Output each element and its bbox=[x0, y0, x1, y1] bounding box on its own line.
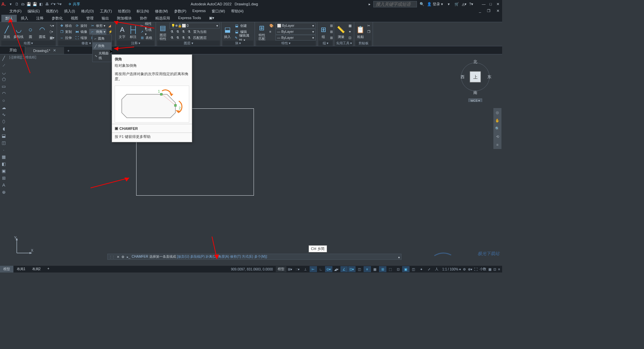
stretch-button[interactable]: ↔拉伸 bbox=[58, 35, 73, 41]
annoscale-icon[interactable]: 人 bbox=[433, 266, 440, 272]
linetype-dropdown[interactable]: — ByLayer▾ bbox=[275, 35, 316, 41]
group-button[interactable]: ⊞组 bbox=[319, 23, 328, 41]
tool-ellarc-icon[interactable]: ◖ bbox=[1, 126, 7, 132]
setcurrent-button[interactable]: 置为当前 bbox=[192, 29, 208, 35]
infer-icon[interactable]: ⊥ bbox=[302, 266, 309, 272]
flyout-blend[interactable]: ∿光顺曲线 bbox=[93, 50, 111, 62]
menu-tools[interactable]: 工具(T) bbox=[97, 8, 115, 15]
panel-util-title[interactable]: 实用工具 ▾ bbox=[335, 41, 353, 46]
sel-icon[interactable]: ▣ bbox=[402, 266, 410, 272]
workspace-min-icon[interactable]: _ bbox=[476, 8, 484, 15]
ellbox-icon[interactable]: ⬯▾ bbox=[49, 29, 55, 35]
tool-hatch-icon[interactable]: ▦ bbox=[1, 154, 7, 160]
maximize-button[interactable]: □ bbox=[488, 2, 494, 6]
app-store-icon[interactable]: ▾ bbox=[448, 2, 450, 6]
tool-table-icon[interactable]: ⊞ bbox=[1, 175, 7, 181]
tool-point-icon[interactable]: · bbox=[1, 147, 7, 153]
snap-icon[interactable]: ∷▾ bbox=[294, 266, 302, 272]
nav-wheel-icon[interactable]: ◎ bbox=[494, 109, 501, 116]
infocenter-arrow-icon[interactable]: ▸ bbox=[369, 2, 371, 6]
redo-icon[interactable]: ↷▾ bbox=[56, 1, 62, 7]
menu-express[interactable]: Express bbox=[190, 8, 208, 15]
table-button[interactable]: ⊞表格 bbox=[139, 35, 154, 41]
lwt-icon[interactable]: ≡ bbox=[364, 266, 371, 272]
util-icon2[interactable]: ✦ bbox=[347, 29, 353, 35]
layout1-tab[interactable]: 布局1 bbox=[13, 266, 29, 272]
tool-revcloud-icon[interactable]: ☁ bbox=[1, 104, 7, 110]
util-icon1[interactable]: ▦ bbox=[347, 23, 353, 29]
osnap-icon[interactable]: ∠ bbox=[340, 266, 348, 272]
search-icon[interactable]: 🔍 bbox=[420, 2, 424, 6]
dynamic-icon[interactable]: ⊢ bbox=[310, 266, 317, 272]
group-icon4[interactable]: ⊞ bbox=[329, 35, 334, 41]
layer-icon8[interactable]: ⚗ bbox=[186, 35, 192, 41]
tool-polygon-icon[interactable]: ⬠ bbox=[1, 76, 7, 82]
matchlayer-button[interactable]: 匹配图层 bbox=[192, 35, 208, 41]
annmon-icon[interactable]: ✦ bbox=[418, 266, 425, 272]
tab-express[interactable]: Express Tools bbox=[174, 15, 205, 22]
flyout-chamfer[interactable]: ╱倒角 bbox=[93, 42, 111, 50]
tool-addsel-icon[interactable]: ⊕ bbox=[1, 189, 7, 195]
share-button[interactable]: ✈ 共享 bbox=[68, 2, 80, 7]
add-layout-tab[interactable]: + bbox=[44, 266, 53, 272]
layerprop-button[interactable]: ▤图层 特性 bbox=[157, 23, 168, 41]
cmd-close-icon[interactable]: ✕ bbox=[117, 255, 119, 259]
util-icon3[interactable]: ⊡ bbox=[347, 35, 353, 41]
polar-icon[interactable]: ⊙▾ bbox=[325, 266, 332, 272]
viewcube[interactable]: 北 南 西 东 上 WCS ▾ bbox=[459, 58, 492, 92]
view-icon[interactable]: ⊕▾ bbox=[468, 267, 472, 271]
ann-icon[interactable]: ⬚ bbox=[387, 266, 394, 272]
layer-icon4[interactable]: ⚗ bbox=[186, 29, 192, 35]
otrack-icon[interactable]: ⊡▾ bbox=[348, 266, 356, 272]
layer-icon5[interactable]: ⚗ bbox=[169, 35, 174, 41]
layout2-tab[interactable]: 布局2 bbox=[29, 266, 44, 272]
panel-group-title[interactable]: 组 ▾ bbox=[319, 41, 332, 46]
cmd-config-icon[interactable]: ⚙ bbox=[121, 255, 124, 259]
layer-dropdown[interactable]: 💡❄🔓⬜ 0▾ bbox=[169, 23, 220, 29]
color-icon[interactable]: 🎨 bbox=[268, 23, 274, 29]
qat-menu-icon[interactable]: ▾ bbox=[8, 1, 13, 7]
autoscale-icon[interactable]: ⤢ bbox=[425, 266, 433, 272]
tool-ellipse-icon[interactable]: ⬯ bbox=[1, 118, 7, 124]
paste-button[interactable]: 📋粘贴 bbox=[356, 23, 365, 41]
copy2-icon[interactable]: ❐ bbox=[366, 29, 371, 35]
decimal-label[interactable]: 小数 bbox=[480, 267, 486, 271]
tool-circle-icon[interactable]: ○ bbox=[1, 97, 7, 103]
layer-icon3[interactable]: ⚗ bbox=[181, 29, 186, 35]
menu-edit[interactable]: 编辑(E) bbox=[25, 8, 43, 15]
mirror-button[interactable]: ⧓镜像 bbox=[74, 29, 88, 35]
layer-icon1[interactable]: ⚗ bbox=[169, 29, 174, 35]
lineweight-dropdown[interactable]: — ByLayer▾ bbox=[275, 29, 316, 35]
cleanbtn-icon[interactable]: ⊡ bbox=[493, 267, 496, 271]
tab-view[interactable]: 视图 bbox=[67, 15, 82, 22]
nav-showmo-icon[interactable]: ≡ bbox=[494, 141, 501, 148]
cut-icon[interactable]: ✂ bbox=[366, 23, 371, 29]
custom-icon[interactable]: ▦ bbox=[488, 267, 491, 271]
list-icon[interactable]: ≡ bbox=[268, 29, 274, 35]
panel-block-title[interactable]: 块 ▾ bbox=[223, 41, 253, 46]
fillet-dropdown[interactable]: ⌐倒角 ▾ bbox=[89, 29, 106, 35]
layer-icon6[interactable]: ⚗ bbox=[175, 35, 180, 41]
panel-clip-title[interactable]: 剪贴板 bbox=[356, 41, 371, 46]
panel-props-title[interactable]: 特性 ▾ bbox=[256, 41, 316, 46]
tool-block-icon[interactable]: ◫ bbox=[1, 140, 7, 146]
plot-icon[interactable]: 🖶 bbox=[44, 1, 50, 7]
drawing-area[interactable]: [-][俯视][二维线框] ╱ ⟋ ◡ ⬠ ▭ ◠ ○ ☁ ∿ ⬯ ◖ ⬓ ◫ … bbox=[0, 54, 502, 260]
move-button[interactable]: ✥移动 bbox=[58, 23, 73, 29]
tool-region-icon[interactable]: ▣ bbox=[1, 168, 7, 174]
cart-icon[interactable]: 🛒 bbox=[454, 2, 459, 6]
tool-gradient-icon[interactable]: ◧ bbox=[1, 161, 7, 167]
scale-button[interactable]: ⛶缩放 bbox=[74, 35, 88, 41]
tool-spline-icon[interactable]: ∿ bbox=[1, 111, 7, 117]
menu-insert[interactable]: 插入(I) bbox=[61, 8, 77, 15]
tab-output[interactable]: 输出 bbox=[98, 15, 113, 22]
login-button[interactable]: 👤登录▾ bbox=[427, 2, 443, 7]
color-dropdown[interactable]: ⬜ ByLayer▾ bbox=[275, 23, 316, 29]
nav-zoom-icon[interactable]: 🔍 bbox=[494, 125, 501, 132]
web-icon[interactable]: ◧ bbox=[38, 1, 44, 7]
minimize-button[interactable]: — bbox=[481, 2, 487, 6]
grid-icon[interactable]: ⊞▾ bbox=[286, 266, 294, 272]
menu-help[interactable]: 帮助(H) bbox=[228, 8, 246, 15]
autodesk-icon[interactable]: ◬▾ bbox=[462, 2, 467, 6]
tab-expand-icon[interactable]: ▣▾ bbox=[205, 15, 218, 22]
